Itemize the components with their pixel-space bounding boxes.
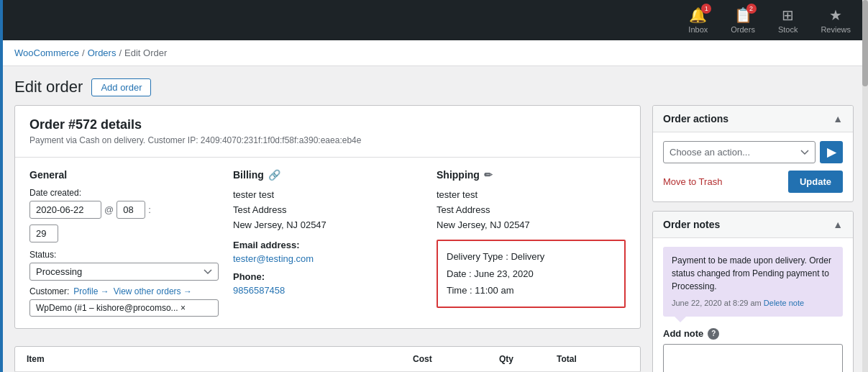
billing-phone-label: Phone: [233,270,422,285]
customer-select-wrap [29,299,219,317]
delivery-date: Date : June 23, 2020 [447,266,616,282]
nav-label-orders: Orders [731,25,755,34]
order-notes-body: Payment to be made upon delivery. Order … [653,238,853,372]
billing-email[interactable]: tester@testing.com [233,253,314,264]
delete-note-link[interactable]: Delete note [764,299,804,307]
general-section-title: General [29,169,219,181]
shipping-section: Shipping ✏ tester test Test Address New … [437,169,626,317]
note-date: June 22, 2020 at 8:29 am Delete note [672,297,834,309]
view-orders-link[interactable]: View other orders → [114,286,192,296]
right-sidebar: Order actions ▲ Choose an action... ▶ Mo… [652,105,854,372]
shipping-edit-icon[interactable]: ✏ [484,169,493,181]
delivery-time: Time : 11:00 am [447,282,616,299]
add-note-textarea[interactable] [663,344,843,373]
billing-city-state: New Jersey, NJ 02547 [233,218,422,233]
shipping-address: Test Address [437,203,626,218]
shipping-info: tester test Test Address New Jersey, NJ … [437,188,626,308]
order-notes-collapse-icon[interactable]: ▲ [833,219,843,230]
billing-section-title: Billing 🔗 [233,169,422,181]
status-label: Status: [29,250,219,260]
order-actions-card: Order actions ▲ Choose an action... ▶ Mo… [652,105,854,202]
billing-phone[interactable]: 9856587458 [233,285,285,296]
billing-section: Billing 🔗 tester test Test Address New J… [233,169,422,317]
date-input[interactable] [29,201,101,219]
order-notes-header: Order notes ▲ [653,212,853,238]
order-title: Order #572 details [29,117,626,132]
action-select[interactable]: Choose an action... [663,141,816,163]
delivery-type: Delivery Type : Delivery [447,248,616,265]
general-section: General Date created: @ : Status: [29,169,219,317]
items-header: Item Cost Qty Total [15,347,640,372]
breadcrumb-sep-1: / [82,47,85,58]
stock-icon: ⊞ [782,6,794,24]
breadcrumb-current: Edit Order [124,47,167,58]
add-note-section: Add note ? [663,328,843,373]
profile-link[interactable]: Profile → [73,286,109,296]
time-colon: : [148,204,151,215]
order-payment-info: Payment via Cash on delivery. Customer I… [29,135,626,145]
order-notes-title: Order notes [663,219,720,230]
order-card-header: Order #572 details Payment via Cash on d… [15,106,640,158]
minutes-input[interactable] [29,224,58,242]
breadcrumb-orders[interactable]: Orders [88,47,117,58]
order-details-card: Order #572 details Payment via Cash on d… [14,105,641,329]
col-qty: Qty [499,354,557,364]
main-layout: Order #572 details Payment via Cash on d… [0,105,868,372]
actions-footer: Move to Trash Update [663,171,843,193]
note-item: Payment to be made upon delivery. Order … [663,247,843,317]
nav-item-reviews[interactable]: ★ Reviews [809,0,862,40]
nav-item-orders[interactable]: 📋2 Orders [719,0,767,40]
scrollbar-track[interactable] [862,0,868,372]
page-title: Edit order [14,78,83,96]
at-separator: @ [104,204,114,215]
nav-item-inbox[interactable]: 🔔1 Inbox [677,0,719,40]
page-header: Edit order Add order [0,66,868,105]
add-note-label: Add note ? [663,328,843,340]
order-sections: General Date created: @ : Status: [29,169,626,317]
col-cost: Cost [413,354,499,364]
billing-info: tester test Test Address New Jersey, NJ … [233,188,422,296]
inbox-badge: 1 [701,4,711,14]
content-column: Order #572 details Payment via Cash on d… [14,105,641,372]
shipping-name: tester test [437,188,626,203]
run-action-button[interactable]: ▶ [820,141,843,163]
order-actions-title: Order actions [663,113,728,124]
date-label: Date created: [29,188,219,198]
shipping-section-title: Shipping ✏ [437,169,626,181]
billing-edit-icon[interactable]: 🔗 [268,169,280,181]
shipping-city-state: New Jersey, NJ 02547 [437,218,626,233]
hour-input[interactable] [117,201,145,219]
status-select[interactable]: Processing [29,263,219,281]
order-actions-header: Order actions ▲ [653,106,853,132]
status-select-wrap: Processing [29,263,219,281]
nav-label-inbox: Inbox [688,25,708,34]
move-to-trash-link[interactable]: Move to Trash [663,176,722,187]
billing-email-label: Email address: [233,238,422,253]
add-note-help-icon[interactable]: ? [708,328,719,340]
orders-badge: 2 [746,4,757,14]
billing-name: tester test [233,188,422,203]
items-card: Item Cost Qty Total [14,346,641,372]
breadcrumb-woocommerce[interactable]: WooCommerce [14,47,79,58]
scrollbar-thumb[interactable] [862,0,868,86]
customer-label: Customer: Profile → View other orders → [29,286,219,296]
update-button[interactable]: Update [788,171,843,193]
order-card-body: General Date created: @ : Status: [15,158,640,328]
col-item: Item [27,354,413,364]
date-row: @ : [29,201,219,219]
inbox-icon: 🔔1 [689,6,707,24]
nav-item-stock[interactable]: ⊞ Stock [767,0,810,40]
action-row: Choose an action... ▶ [663,141,843,163]
nav-label-stock: Stock [778,25,798,34]
order-actions-body: Choose an action... ▶ Move to Trash Upda… [653,132,853,201]
customer-input[interactable] [29,299,219,317]
delivery-box: Delivery Type : Delivery Date : June 23,… [437,240,626,307]
order-actions-collapse-icon[interactable]: ▲ [833,113,843,124]
billing-address: Test Address [233,203,422,218]
breadcrumb-sep-2: / [119,47,122,58]
left-accent [0,0,3,372]
add-order-button[interactable]: Add order [91,78,151,96]
breadcrumb: WooCommerce / Orders / Edit Order [0,40,868,66]
col-total: Total [557,354,629,364]
nav-label-reviews: Reviews [821,25,851,34]
